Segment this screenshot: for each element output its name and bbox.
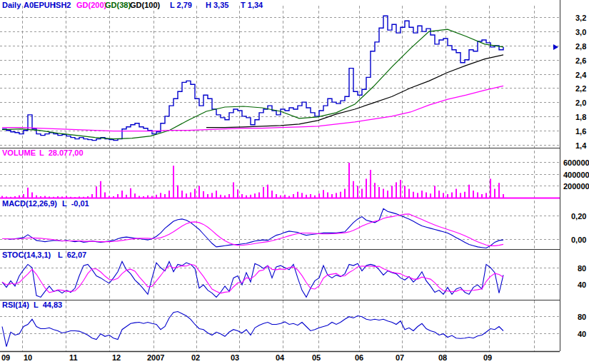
x-axis-label: 08: [438, 353, 447, 362]
volume-tick-label: 200000: [563, 182, 589, 191]
high-value-label: H 3,35: [206, 1, 228, 9]
last-value-label: L 2,79: [170, 1, 192, 9]
panel-separators: [0, 0, 560, 352]
price-tick-label: 2,0: [575, 98, 586, 107]
x-axis-label: 05: [312, 353, 321, 362]
last-price-marker-icon: [553, 44, 558, 50]
gd200-legend: GD(200): [76, 1, 106, 9]
axis-tick-labels: 3,23,02,82,62,42,22,01,81,61,46000004000…: [563, 14, 589, 338]
x-axis-label: 07: [396, 353, 404, 362]
x-axis-label: 2007: [147, 353, 164, 362]
stoc-signal-line: [2, 264, 503, 293]
vertical-gridlines: [23, 6, 535, 351]
price-tick-label: 2,2: [575, 84, 586, 93]
rsi-panel-value: L 44,83: [34, 300, 62, 309]
stoc-stochastic-line: [2, 261, 503, 297]
x-axis-label: 09: [1, 353, 10, 362]
volume-bars: [1, 163, 504, 198]
x-axis-label: 11: [69, 353, 78, 362]
rsi-panel-title: RSI(14): [2, 300, 29, 309]
stoc-panel-title: STOC(14,3,1): [2, 251, 51, 259]
macd-panel-value: L -0,01: [62, 199, 89, 208]
x-axis-label: 09: [483, 353, 492, 362]
stoc-panel-value: L 62,07: [58, 251, 86, 259]
rsi-tick-label: 40: [578, 330, 586, 338]
gd100-legend: GD(100): [130, 1, 160, 9]
gd38-legend: GD(38): [105, 1, 131, 9]
macd-macd-line: [2, 208, 503, 248]
rsi-tick-label: 80: [578, 313, 586, 321]
price-tick-label: 2,8: [575, 42, 586, 51]
stoc-tick-label: 40: [578, 280, 586, 289]
price-tick-label: 2,6: [575, 56, 586, 65]
volume-tick-label: 600000: [563, 158, 589, 167]
x-axis-label: 10: [24, 353, 32, 362]
price-tick-label: 3,2: [575, 14, 586, 22]
volume-panel-value: L 28.077,00: [39, 148, 84, 157]
chart-canvas[interactable]: 3,23,02,82,62,42,22,01,81,61,46000004000…: [0, 0, 589, 364]
volume-panel-title: VOLUME: [2, 148, 36, 157]
volume-tick-label: 400000: [563, 171, 589, 179]
macd-tick-label: 0,00: [571, 236, 586, 244]
price-close-line: [2, 16, 503, 140]
x-axis-labels: 0910111220070203040506070809: [1, 353, 492, 362]
macd-panel-title: MACD(12,26,9): [2, 199, 57, 208]
stoc-tick-label: 80: [578, 264, 586, 273]
macd-signal-line: [2, 214, 503, 246]
exchange-label: ISH2: [54, 1, 71, 9]
price-tick-label: 1,8: [575, 113, 586, 121]
x-axis-label: 02: [191, 353, 200, 362]
x-axis-label: 04: [276, 353, 285, 362]
timeframe-label: Daily: [2, 1, 21, 9]
x-axis-label: 06: [355, 353, 363, 362]
x-axis-label: 12: [112, 353, 121, 362]
x-axis-label: 03: [231, 353, 239, 362]
symbol-label: A0EPUH: [24, 1, 56, 9]
low-value-label: T 1,34: [241, 1, 263, 9]
chart-window: 3,23,02,82,62,42,22,01,81,61,46000004000…: [0, 0, 589, 364]
price-tick-label: 2,4: [575, 71, 587, 79]
macd-tick-label: 0,20: [571, 212, 586, 221]
price-tick-label: 1,4: [575, 141, 587, 150]
price-tick-label: 1,6: [575, 127, 586, 136]
price-tick-label: 3,0: [575, 28, 586, 36]
